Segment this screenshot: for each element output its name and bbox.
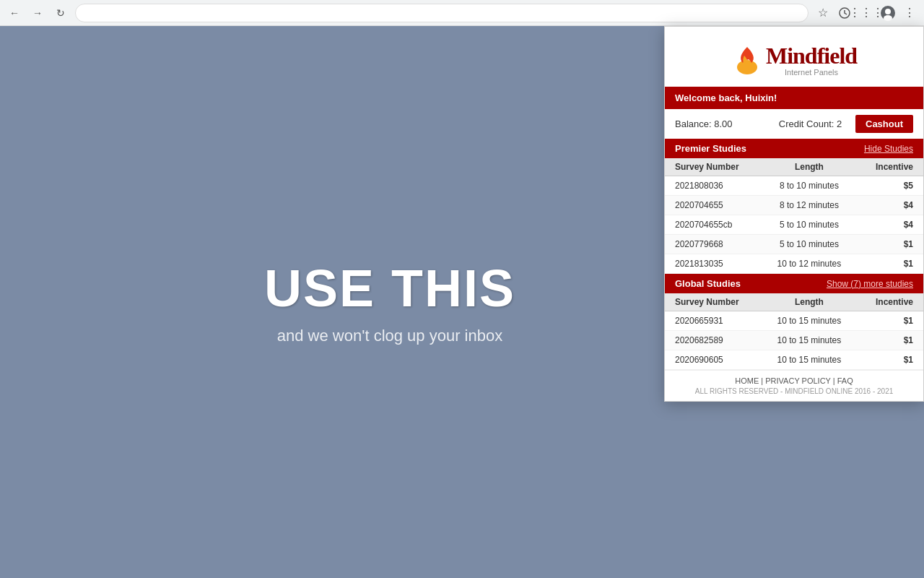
premier-section-header: Premier Studies Hide Studies [665, 139, 923, 158]
incentive-cell: $1 [858, 235, 923, 254]
balance-row: Balance: 8.00 Credit Count: 2 Cashout [665, 109, 923, 139]
premier-studies-table: Survey Number Length Incentive 202180803… [665, 158, 923, 274]
survey-number-cell[interactable]: 2020690605 [665, 350, 761, 370]
table-row: 2020704655cb 5 to 10 minutes $4 [665, 215, 923, 235]
home-link[interactable]: HOME [735, 376, 759, 385]
length-cell: 10 to 12 minutes [761, 254, 857, 274]
survey-link[interactable]: 2021813035 [675, 259, 723, 269]
cashout-button[interactable]: Cashout [855, 115, 913, 133]
browser-chrome: ← → ↻ ☆ ⋮⋮⋮ ⋮ [0, 0, 924, 26]
length-cell: 8 to 10 minutes [761, 176, 857, 196]
survey-number-cell[interactable]: 2021808036 [665, 176, 761, 196]
table-row: 2020690605 10 to 15 minutes $1 [665, 350, 923, 370]
survey-number-cell[interactable]: 2020665931 [665, 311, 761, 331]
incentive-cell: $5 [858, 176, 923, 196]
table-row: 2020779668 5 to 10 minutes $1 [665, 235, 923, 254]
logo-subtitle: Internet Panels [766, 68, 857, 77]
profile-icon[interactable] [879, 4, 897, 22]
col-survey-number: Survey Number [665, 158, 761, 176]
table-header: Survey Number Length Incentive [665, 158, 923, 176]
global-studies-table: Survey Number Length Incentive 202066593… [665, 293, 923, 370]
survey-link[interactable]: 2021808036 [675, 181, 723, 191]
apps-icon[interactable]: ⋮⋮⋮ [858, 4, 875, 22]
menu-icon[interactable]: ⋮ [901, 4, 918, 22]
table-row: 2021808036 8 to 10 minutes $5 [665, 176, 923, 196]
length-cell: 10 to 15 minutes [761, 311, 857, 331]
bookmark-icon[interactable]: ☆ [814, 4, 832, 22]
panel-footer: HOME | PRIVACY POLICY | FAQ ALL RIGHTS R… [665, 370, 923, 401]
incentive-cell: $4 [858, 196, 923, 215]
survey-link[interactable]: 2020665931 [675, 316, 723, 326]
survey-number-cell[interactable]: 2020682589 [665, 331, 761, 350]
privacy-policy-link[interactable]: PRIVACY POLICY [765, 376, 830, 385]
background-content: USE THIS and we won't clog up your inbox [264, 259, 515, 345]
length-cell: 5 to 10 minutes [761, 235, 857, 254]
survey-link[interactable]: 2020779668 [675, 239, 723, 249]
incentive-cell: $1 [858, 350, 923, 370]
survey-number-cell[interactable]: 2020704655cb [665, 215, 761, 235]
credit-count-label: Credit Count: 2 [765, 118, 855, 129]
svg-point-3 [884, 15, 892, 21]
welcome-bar: Welcome back, Huixin! [665, 87, 923, 109]
survey-number-cell[interactable]: 2020779668 [665, 235, 761, 254]
show-more-studies-link[interactable]: Show (7) more studies [827, 279, 913, 289]
incentive-cell: $1 [858, 311, 923, 331]
survey-link[interactable]: 2020704655cb [675, 220, 732, 230]
hide-studies-link[interactable]: Hide Studies [864, 144, 913, 154]
reload-button[interactable]: ↻ [52, 4, 69, 22]
col-incentive: Incentive [858, 158, 923, 176]
incentive-cell: $4 [858, 215, 923, 235]
survey-link[interactable]: 2020704655 [675, 200, 723, 210]
survey-number-cell[interactable]: 2020704655 [665, 196, 761, 215]
table-row: 2020682589 10 to 15 minutes $1 [665, 331, 923, 350]
copyright: ALL RIGHTS RESERVED - MINDFIELD ONLINE 2… [675, 387, 913, 395]
length-cell: 10 to 15 minutes [761, 331, 857, 350]
global-table-header: Survey Number Length Incentive [665, 293, 923, 311]
table-row: 2020665931 10 to 15 minutes $1 [665, 311, 923, 331]
premier-section-title: Premier Studies [675, 143, 746, 154]
logo-area: Mindfield Internet Panels [665, 27, 923, 87]
global-col-incentive: Incentive [858, 293, 923, 311]
welcome-message: Welcome back, Huixin! [675, 92, 777, 103]
incentive-cell: $1 [858, 254, 923, 274]
forward-button[interactable]: → [29, 4, 46, 22]
logo-flame-icon [731, 44, 763, 76]
global-section-title: Global Studies [675, 278, 741, 289]
popup-panel: Mindfield Internet Panels Welcome back, … [664, 26, 924, 402]
brand-name: Mindfield [766, 43, 857, 69]
length-cell: 10 to 15 minutes [761, 350, 857, 370]
survey-link[interactable]: 2020682589 [675, 335, 723, 345]
table-row: 2021813035 10 to 12 minutes $1 [665, 254, 923, 274]
global-section-header: Global Studies Show (7) more studies [665, 274, 923, 293]
incentive-cell: $1 [858, 331, 923, 350]
back-button[interactable]: ← [6, 4, 23, 22]
table-row: 2020704655 8 to 12 minutes $4 [665, 196, 923, 215]
length-cell: 8 to 12 minutes [761, 196, 857, 215]
svg-point-4 [737, 60, 757, 74]
main-heading: USE THIS [264, 259, 515, 318]
survey-link[interactable]: 2020690605 [675, 355, 723, 365]
address-bar[interactable] [75, 4, 808, 22]
global-col-survey-number: Survey Number [665, 293, 761, 311]
length-cell: 5 to 10 minutes [761, 215, 857, 235]
survey-number-cell[interactable]: 2021813035 [665, 254, 761, 274]
balance-label: Balance: 8.00 [675, 118, 765, 129]
faq-link[interactable]: FAQ [837, 376, 853, 385]
col-length: Length [761, 158, 857, 176]
svg-point-2 [885, 9, 891, 14]
global-col-length: Length [761, 293, 857, 311]
footer-links: HOME | PRIVACY POLICY | FAQ [675, 376, 913, 385]
sub-heading: and we won't clog up your inbox [264, 327, 515, 345]
